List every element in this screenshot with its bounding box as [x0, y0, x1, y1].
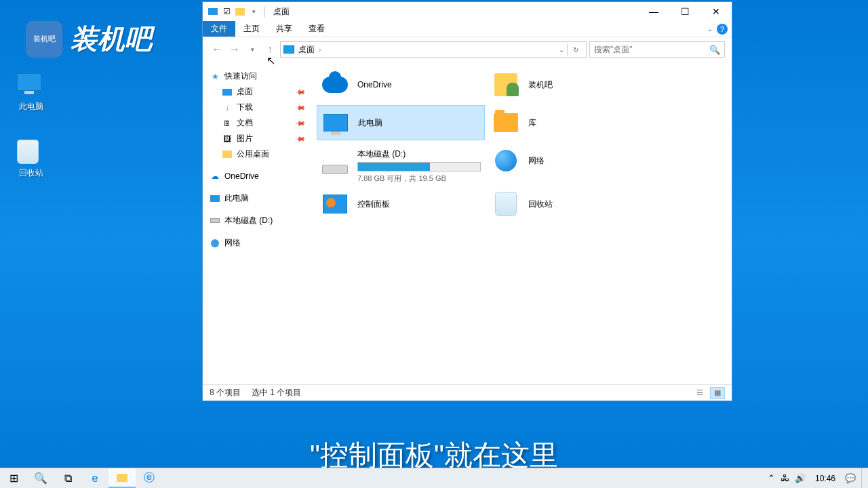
refresh-button[interactable]: ↻: [567, 43, 583, 56]
tray-chevron-icon[interactable]: ⌃: [768, 473, 775, 483]
taskbar-explorer[interactable]: [108, 468, 136, 488]
nav-history-dropdown[interactable]: ▾: [245, 42, 260, 57]
desktop-icon-recycle[interactable]: 回收站: [5, 140, 56, 179]
nav-back-button[interactable]: ←: [210, 42, 224, 57]
drive-usage-bar: [357, 162, 481, 171]
address-bar[interactable]: 桌面 › ⌄ ↻: [280, 41, 587, 58]
nav-thispc[interactable]: 此电脑: [205, 190, 309, 206]
taskview-button[interactable]: ⧉: [54, 468, 81, 488]
item-label: OneDrive: [357, 80, 481, 89]
ribbon-expand-icon[interactable]: ⌄: [707, 25, 713, 33]
action-center-icon[interactable]: 💬: [845, 473, 856, 483]
nav-label: OneDrive: [224, 171, 259, 181]
item-label: 库: [528, 117, 652, 129]
breadcrumb-separator-icon[interactable]: ›: [319, 46, 321, 54]
start-button[interactable]: ⊞: [0, 468, 27, 488]
qat-folder-icon[interactable]: [234, 5, 246, 18]
qat-properties-icon[interactable]: ☑: [220, 5, 233, 18]
window-title: 桌面: [273, 6, 290, 18]
taskbar-ie[interactable]: ⓔ: [136, 468, 163, 488]
ribbon-tab-file[interactable]: 文件: [203, 21, 235, 37]
nav-label: 文档: [237, 117, 253, 129]
nav-label: 图片: [237, 133, 253, 144]
brand-watermark: 装机吧 装机吧: [26, 20, 152, 58]
item-thispc[interactable]: 此电脑: [317, 105, 485, 140]
nav-label: 快速访问: [224, 70, 257, 82]
ribbon-tab-view[interactable]: 查看: [300, 21, 333, 37]
taskbar: ⊞ 🔍 ⧉ e ⓔ ⌃ 🖧 🔊 10:46 💬: [0, 468, 868, 488]
desktop-icon-label: 此电脑: [5, 101, 56, 113]
item-network[interactable]: 网络: [488, 143, 656, 178]
desktop-icon-thispc[interactable]: 此电脑: [5, 73, 56, 113]
nav-network[interactable]: 网络: [205, 235, 309, 251]
status-bar: 8 个项目 选中 1 个项目 ☰ ▦: [203, 384, 732, 401]
pin-icon: 📌: [295, 133, 306, 144]
nav-label: 本地磁盘 (D:): [224, 215, 273, 226]
nav-row: ← → ▾ ↑ 桌面 › ⌄ ↻ 🔍: [203, 37, 732, 62]
monitor-icon: [321, 108, 350, 137]
pin-icon: 📌: [295, 86, 306, 97]
nav-label: 此电脑: [224, 192, 249, 204]
folder-icon: [222, 149, 233, 160]
item-label: 网络: [528, 155, 652, 167]
qat-dropdown-icon[interactable]: ▾: [248, 5, 260, 18]
maximize-button[interactable]: ☐: [669, 2, 701, 21]
ribbon-tab-home[interactable]: 主页: [235, 21, 268, 37]
view-tiles-button[interactable]: ▦: [710, 387, 725, 399]
search-icon[interactable]: 🔍: [709, 45, 720, 55]
location-icon: [283, 45, 294, 54]
nav-drive-d[interactable]: 本地磁盘 (D:): [205, 213, 309, 228]
view-details-button[interactable]: ☰: [692, 387, 707, 399]
item-recyclebin[interactable]: 回收站: [488, 186, 656, 222]
nav-label: 下载: [237, 102, 253, 113]
nav-quick-pictures[interactable]: 🖼图片📌: [205, 131, 309, 146]
titlebar[interactable]: ☑ ▾ | 桌面 — ☐ ✕: [203, 2, 732, 21]
picture-icon: 🖼: [222, 134, 233, 144]
address-location[interactable]: 桌面: [298, 44, 315, 56]
download-icon: ↓: [222, 102, 233, 113]
drive-icon: [210, 216, 220, 226]
content-pane: OneDrive 装机吧 此电脑 库 本地磁盘 (D:) 7.88 GB 可用，…: [311, 62, 732, 384]
search-input[interactable]: [594, 45, 709, 54]
item-label: 控制面板: [357, 199, 481, 210]
item-libraries[interactable]: 库: [488, 105, 656, 140]
recycle-icon: [17, 140, 45, 165]
monitor-icon: [210, 193, 220, 204]
nav-onedrive[interactable]: ☁OneDrive: [205, 169, 309, 184]
pin-icon: 📌: [295, 117, 306, 128]
item-onedrive[interactable]: OneDrive: [317, 67, 485, 102]
minimize-button[interactable]: —: [638, 2, 669, 21]
taskbar-clock[interactable]: 10:46: [811, 474, 840, 483]
pin-icon: 📌: [295, 102, 306, 113]
nav-quick-downloads[interactable]: ↓下载📌: [205, 100, 309, 115]
close-button[interactable]: ✕: [701, 2, 732, 21]
nav-quick-publicdesktop[interactable]: 公用桌面: [205, 146, 309, 162]
show-desktop-button[interactable]: [861, 468, 865, 488]
tray-network-icon[interactable]: 🖧: [781, 473, 789, 483]
drive-usage-text: 7.88 GB 可用，共 19.5 GB: [357, 174, 481, 184]
libraries-icon: [492, 108, 520, 137]
ribbon-menu: 文件 主页 共享 查看 ⌄ ?: [203, 21, 732, 37]
nav-quick-desktop[interactable]: 桌面📌: [205, 84, 309, 100]
document-icon: 🗎: [222, 118, 233, 129]
monitor-icon: [17, 73, 45, 99]
network-icon: [210, 238, 220, 249]
cloud-icon: ☁: [210, 171, 220, 182]
search-box[interactable]: 🔍: [589, 41, 725, 58]
ribbon-tab-share[interactable]: 共享: [268, 21, 300, 37]
tray-volume-icon[interactable]: 🔊: [795, 473, 806, 483]
nav-forward-button[interactable]: →: [227, 42, 242, 57]
taskbar-search-button[interactable]: 🔍: [27, 468, 54, 488]
item-zhuangji[interactable]: 装机吧: [488, 67, 656, 102]
taskbar-edge[interactable]: e: [81, 468, 108, 488]
explorer-window: ☑ ▾ | 桌面 — ☐ ✕ 文件 主页 共享 查看 ⌄ ? ← → ▾ ↑ 桌…: [202, 1, 732, 401]
nav-quick-documents[interactable]: 🗎文档📌: [205, 115, 309, 131]
item-controlpanel[interactable]: 控制面板: [317, 186, 485, 222]
address-dropdown-icon[interactable]: ⌄: [559, 46, 564, 54]
app-shortcut-icon: [492, 70, 520, 99]
item-drive-d[interactable]: 本地磁盘 (D:) 7.88 GB 可用，共 19.5 GB: [317, 143, 485, 184]
nav-quick-access[interactable]: ★ 快速访问: [205, 68, 309, 84]
nav-up-button[interactable]: ↑: [262, 42, 277, 57]
help-icon[interactable]: ?: [717, 24, 728, 35]
brand-text: 装机吧: [71, 20, 152, 58]
